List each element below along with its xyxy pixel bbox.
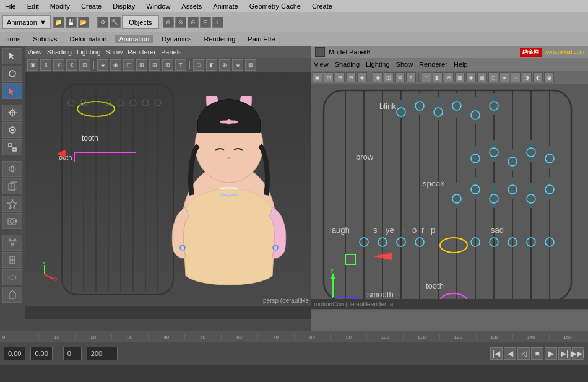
rp-btn-6[interactable]: ◉ <box>373 72 383 82</box>
rp-btn-9[interactable]: T <box>406 72 416 82</box>
rp-btn-18[interactable]: ○ <box>511 72 521 82</box>
vp-btn-12[interactable]: T <box>175 59 186 71</box>
rp-btn-13[interactable]: ▩ <box>455 72 465 82</box>
rp-btn-1[interactable]: ▣ <box>313 72 322 82</box>
tab-subdivs[interactable]: Subdivs <box>29 35 61 43</box>
rp-btn-17[interactable]: ● <box>499 72 509 82</box>
ruler-140[interactable]: 140 <box>512 334 549 340</box>
vp-btn-6[interactable]: ◈ <box>97 59 108 71</box>
toolbar-icon-4[interactable]: ⚙ <box>97 17 108 28</box>
ruler-80[interactable]: 80 <box>294 334 331 340</box>
ruler-20[interactable]: 20 <box>75 334 111 340</box>
vp-btn-1[interactable]: ▣ <box>27 59 38 71</box>
vp-menu-lighting[interactable]: Lighting <box>77 48 101 56</box>
menu-file[interactable]: File <box>2 2 19 10</box>
vp-btn-14[interactable]: ◧ <box>206 59 217 71</box>
menu-animate[interactable]: Animate <box>210 2 240 10</box>
menu-create2[interactable]: Create <box>309 2 335 10</box>
tool-rotate[interactable] <box>2 122 22 138</box>
ruler-130[interactable]: 130 <box>476 334 512 340</box>
tab-animation[interactable]: Animation <box>115 35 153 43</box>
tab-rendering[interactable]: Rendering <box>201 35 240 43</box>
tool-light[interactable] <box>2 196 22 212</box>
ruler-60[interactable]: 60 <box>221 334 257 340</box>
tool-sphere[interactable] <box>2 161 22 177</box>
vp-btn-4[interactable]: € <box>66 59 77 71</box>
animation-dropdown[interactable]: Animation ▼ <box>2 15 51 29</box>
tab-deformation[interactable]: Deformation <box>66 35 110 43</box>
toolbar-snap-2[interactable]: ⊗ <box>175 17 186 28</box>
rp-menu-renderer[interactable]: Renderer <box>419 61 447 68</box>
rp-menu-shading[interactable]: Shading <box>335 61 360 68</box>
ruler-100[interactable]: 100 <box>366 334 403 340</box>
tool-camera[interactable] <box>2 213 22 229</box>
ruler-90[interactable]: 90 <box>330 334 366 340</box>
toolbar-snap-1[interactable]: ⊕ <box>163 17 174 28</box>
end-field[interactable]: 200 <box>87 347 118 360</box>
rp-btn-8[interactable]: ⊠ <box>395 72 405 82</box>
menu-modify[interactable]: Modify <box>48 2 72 10</box>
vp-btn-3[interactable]: ¥ <box>53 59 64 71</box>
toolbar-snap-5[interactable]: + <box>212 17 223 28</box>
vp-btn-5[interactable]: ⊡ <box>79 59 90 71</box>
rp-menu-lighting[interactable]: Lighting <box>366 61 390 68</box>
tab-dynamics[interactable]: Dynamics <box>158 35 195 43</box>
ruler-120[interactable]: 120 <box>439 334 476 340</box>
rp-btn-7[interactable]: ◫ <box>384 72 394 82</box>
toolbar-snap-4[interactable]: ⊞ <box>200 17 211 28</box>
rp-btn-10[interactable]: □ <box>422 72 431 82</box>
toolbar-icon-3[interactable]: 📂 <box>78 17 89 28</box>
vp-btn-9[interactable]: ⊞ <box>136 59 147 71</box>
btn-stop[interactable]: ■ <box>531 347 543 360</box>
vp-btn-11[interactable]: ⊠ <box>162 59 173 71</box>
rp-btn-20[interactable]: ◐ <box>533 72 543 82</box>
tool-arrow[interactable] <box>2 83 22 99</box>
menu-create[interactable]: Create <box>79 2 104 10</box>
btn-next[interactable]: ▶| <box>558 347 571 360</box>
toolbar-icon-5[interactable]: 🔧 <box>110 17 121 28</box>
rp-btn-3[interactable]: ⊞ <box>335 72 345 82</box>
tool-move[interactable] <box>2 105 22 121</box>
tool-skeleton[interactable] <box>2 252 22 268</box>
rp-btn-21[interactable]: ◕ <box>544 72 554 82</box>
menu-display[interactable]: Display <box>110 2 137 10</box>
vp-menu-show[interactable]: Show <box>106 48 123 56</box>
vp-menu-renderer[interactable]: Renderer <box>128 48 156 56</box>
rp-btn-12[interactable]: ⊕ <box>444 72 454 82</box>
btn-play[interactable]: ▶ <box>545 347 557 360</box>
tool-lasso[interactable] <box>2 66 22 82</box>
ruler-110[interactable]: 110 <box>403 334 439 340</box>
vp-btn-10[interactable]: ⊟ <box>149 59 160 71</box>
tab-tions[interactable]: tions <box>2 35 24 43</box>
tooth-input-box[interactable] <box>74 152 136 162</box>
ruler-150[interactable]: 150 <box>549 334 586 340</box>
vp-btn-8[interactable]: ◫ <box>123 59 134 71</box>
time-field[interactable]: 0.00 <box>4 347 25 360</box>
menu-window[interactable]: Window <box>144 2 173 10</box>
vp-btn-2[interactable]: $ <box>40 59 51 71</box>
vp-btn-7[interactable]: ◉ <box>110 59 121 71</box>
vp-menu-shading[interactable]: Shading <box>47 48 72 56</box>
rp-menu-help[interactable]: Help <box>454 61 468 68</box>
tool-node[interactable] <box>2 235 22 251</box>
toolbar-snap-3[interactable]: ⊘ <box>188 17 199 28</box>
tool-paint[interactable] <box>2 287 22 303</box>
menu-assets[interactable]: Assets <box>179 2 204 10</box>
ruler-30[interactable]: 30 <box>111 334 148 340</box>
menu-edit[interactable]: Edit <box>25 2 41 10</box>
frame-field[interactable]: 0 <box>63 347 82 360</box>
tool-select[interactable] <box>2 48 22 64</box>
rp-menu-view[interactable]: View <box>314 61 329 68</box>
node-canvas[interactable]: Y X blink brow speak laugh s ye l o r p … <box>311 84 588 310</box>
btn-prev[interactable]: ◀ <box>504 347 516 360</box>
rp-btn-5[interactable]: ◈ <box>357 72 367 82</box>
ruler-40[interactable]: 40 <box>148 334 184 340</box>
rp-btn-14[interactable]: ◈ <box>466 72 476 82</box>
menu-geometry-cache[interactable]: Geometry Cache <box>247 2 303 10</box>
tab-painteffects[interactable]: PaintEffe <box>244 35 279 43</box>
tool-cube[interactable] <box>2 178 22 194</box>
vp-menu-panels[interactable]: Panels <box>161 48 182 56</box>
rp-btn-16[interactable]: ◻ <box>488 72 498 82</box>
vp-btn-13[interactable]: □ <box>193 59 204 71</box>
btn-prev-key[interactable]: |◀ <box>490 347 503 360</box>
